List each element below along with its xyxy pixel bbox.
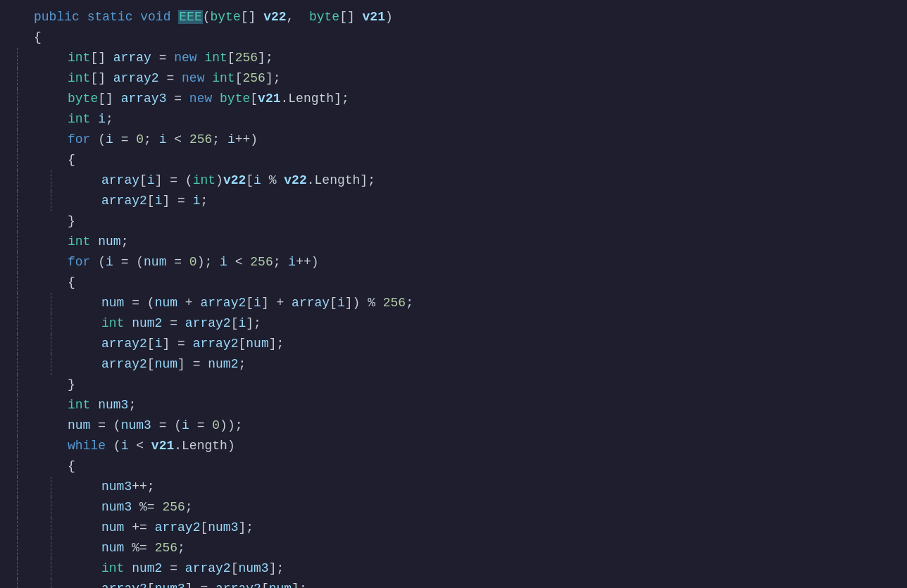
line-content: num = (num + array2[i] + array[i]) % 256… [0,293,413,313]
indent-guide [51,497,51,518]
indent-guide [17,558,18,579]
line-content: int num3; [0,395,136,415]
indent-guide [17,415,18,436]
line-content: int num; [0,232,128,252]
code-line: num += array2[num3]; [0,518,907,538]
indent-guide [17,436,18,456]
indent-guide [51,191,51,211]
indent-guide [51,518,51,538]
line-content: { [0,456,75,477]
line-content: num = (num3 = (i = 0)); [0,415,243,436]
indent-guide [51,334,51,354]
line-content: byte[] array3 = new byte[v21.Length]; [0,89,349,109]
code-line: for (i = 0; i < 256; i++) [0,130,907,150]
line-content: num += array2[num3]; [0,518,254,538]
line-content: array[i] = (int)v22[i % v22.Length]; [0,170,375,191]
indent-guide [17,252,18,273]
code-line: { [0,150,907,170]
line-content: for (i = 0; i < 256; i++) [0,130,258,150]
code-line: array2[num3] = array2[num]; [0,579,907,588]
indent-guide [17,313,18,334]
line-content: { [0,150,75,170]
code-line: for (i = (num = 0); i < 256; i++) [0,252,907,273]
code-line: byte[] array3 = new byte[v21.Length]; [0,89,907,109]
indent-guide [17,334,18,354]
indent-guide [17,456,18,477]
line-content: { [0,27,42,48]
indent-guide [17,293,18,313]
indent-guide [17,150,18,170]
code-line: int[] array2 = new int[256]; [0,68,907,89]
code-line: while (i < v21.Length) [0,436,907,456]
indent-guide [17,273,18,293]
code-line: array2[i] = array2[num]; [0,334,907,354]
line-content: int i; [0,109,113,130]
line-content: int[] array2 = new int[256]; [0,68,280,89]
line-content: int num2 = array2[num3]; [0,558,284,579]
line-content: public static void EEE(byte[] v22, byte[… [0,7,393,27]
line-content: array2[i] = array2[num]; [0,334,284,354]
line-content: int num2 = array2[i]; [0,313,261,334]
indent-guide [17,375,18,395]
indent-guide [17,191,18,211]
indent-guide [51,558,51,579]
code-line: num %= 256; [0,538,907,558]
indent-guide [51,538,51,558]
line-content: num %= 256; [0,538,185,558]
line-content: while (i < v21.Length) [0,436,235,456]
indent-guide [51,313,51,334]
code-line: { [0,27,907,48]
line-content: for (i = (num = 0); i < 256; i++) [0,252,319,273]
code-line: array2[i] = i; [0,191,907,211]
code-container: public static void EEE(byte[] v22, byte[… [0,0,907,588]
indent-guide [51,293,51,313]
indent-guide [17,130,18,150]
code-editor: public static void EEE(byte[] v22, byte[… [0,7,907,588]
indent-guide [17,354,18,375]
code-line: array[i] = (int)v22[i % v22.Length]; [0,170,907,191]
code-line: public static void EEE(byte[] v22, byte[… [0,7,907,27]
indent-guide [51,477,51,497]
indent-guide [51,579,51,588]
line-content: } [0,375,75,395]
code-line: int i; [0,109,907,130]
line-content: num3 %= 256; [0,497,193,518]
code-line: } [0,211,907,232]
line-content: array2[i] = i; [0,191,208,211]
indent-guide [17,538,18,558]
code-line: { [0,456,907,477]
indent-guide [17,89,18,109]
indent-guide [51,170,51,191]
line-content: array2[num] = num2; [0,354,246,375]
code-line: int num2 = array2[i]; [0,313,907,334]
line-content: } [0,211,75,232]
indent-guide [17,579,18,588]
line-content: { [0,273,75,293]
indent-guide [17,395,18,415]
line-content: num3++; [0,477,155,497]
indent-guide [17,68,18,89]
code-line: int[] array = new int[256]; [0,48,907,68]
code-line: int num3; [0,395,907,415]
code-line: { [0,273,907,293]
indent-guide [17,109,18,130]
indent-guide [17,232,18,252]
code-line: num = (num + array2[i] + array[i]) % 256… [0,293,907,313]
code-line: int num2 = array2[num3]; [0,558,907,579]
indent-guide [17,170,18,191]
code-line: num = (num3 = (i = 0)); [0,415,907,436]
indent-guide [17,497,18,518]
indent-guide [17,477,18,497]
indent-guide [17,211,18,232]
indent-guide [51,354,51,375]
code-line: int num; [0,232,907,252]
code-line: array2[num] = num2; [0,354,907,375]
indent-guide [17,48,18,68]
line-content: array2[num3] = array2[num]; [0,579,307,588]
indent-guide [17,518,18,538]
code-line: num3 %= 256; [0,497,907,518]
line-content: int[] array = new int[256]; [0,48,273,68]
code-line: } [0,375,907,395]
code-line: num3++; [0,477,907,497]
